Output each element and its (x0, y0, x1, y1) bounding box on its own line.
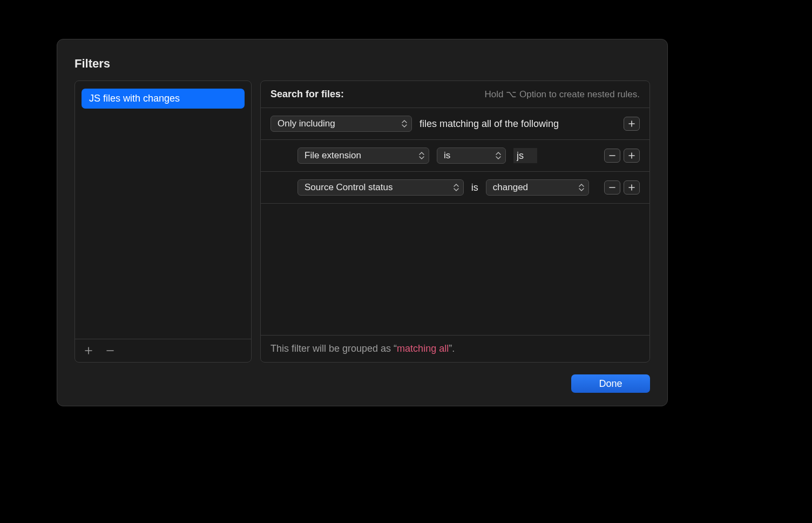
filters-sidebar: JS files with changes (75, 81, 252, 363)
plus-icon (84, 346, 93, 355)
rule-operator-label: is (444, 150, 450, 161)
rules-empty-area (261, 204, 649, 335)
scope-popup-label: Only including (278, 118, 335, 129)
summary-highlight: matching all (397, 343, 449, 354)
add-filter-button[interactable] (83, 345, 94, 357)
filters-list-item-label: JS files with changes (89, 93, 180, 104)
updown-icon (401, 119, 408, 129)
minus-icon (106, 346, 114, 355)
rule-attribute-label: Source Control status (304, 182, 393, 193)
rule-value-label: changed (493, 182, 528, 193)
rule-pill-group (604, 149, 640, 163)
filters-list[interactable]: JS files with changes (75, 81, 251, 339)
add-rule-button[interactable] (624, 180, 640, 195)
updown-icon (578, 183, 585, 192)
remove-rule-button[interactable] (604, 180, 620, 195)
rules-header: Search for files: Hold ⌥ Option to creat… (261, 81, 649, 108)
filters-sidebar-footer (75, 339, 251, 362)
rule-operator-popup[interactable]: is (437, 147, 506, 164)
dialog-button-row: Done (75, 363, 650, 393)
rules-header-hint: Hold ⌥ Option to create nested rules. (485, 89, 640, 100)
plus-icon (628, 120, 635, 128)
dialog-body: JS files with changes Search for files: … (75, 81, 650, 363)
rules-header-label: Search for files: (270, 89, 344, 100)
updown-icon (452, 183, 460, 192)
dialog-title: Filters (75, 57, 650, 71)
rule-attribute-label: File extension (304, 150, 361, 161)
plus-icon (628, 184, 635, 191)
add-rule-button[interactable] (624, 149, 640, 163)
done-button[interactable]: Done (571, 374, 650, 393)
filters-list-item[interactable]: JS files with changes (82, 89, 245, 109)
minus-icon (608, 184, 616, 191)
rule-attribute-popup[interactable]: Source Control status (297, 179, 464, 196)
updown-icon (495, 151, 502, 160)
rules-panel: Search for files: Hold ⌥ Option to creat… (260, 81, 650, 363)
rule-attribute-popup[interactable]: File extension (297, 147, 429, 164)
rule-operator-static: is (471, 182, 478, 193)
rule-row: File extension is (261, 140, 649, 172)
rule-value-popup[interactable]: changed (486, 179, 589, 196)
add-rule-button[interactable] (624, 117, 640, 131)
root-rule-row: Only including files matching all of the… (261, 108, 649, 140)
scope-popup[interactable]: Only including (270, 116, 412, 132)
updown-icon (418, 151, 425, 160)
rule-row: Source Control status is changed (261, 172, 649, 204)
minus-icon (608, 152, 616, 159)
summary-row: This filter will be grouped as “matching… (261, 335, 649, 362)
filters-dialog: Filters JS files with changes Search fo (57, 39, 668, 406)
plus-icon (628, 152, 635, 159)
rule-pill-group (604, 180, 640, 195)
root-rule-suffix: files matching all of the following (419, 118, 559, 130)
remove-rule-button[interactable] (604, 149, 620, 163)
option-key-icon: ⌥ (506, 89, 517, 100)
remove-filter-button[interactable] (104, 345, 116, 357)
summary-prefix: This filter will be grouped as “ (270, 343, 397, 354)
rule-value-input[interactable] (513, 148, 537, 163)
summary-suffix: ”. (449, 343, 455, 354)
